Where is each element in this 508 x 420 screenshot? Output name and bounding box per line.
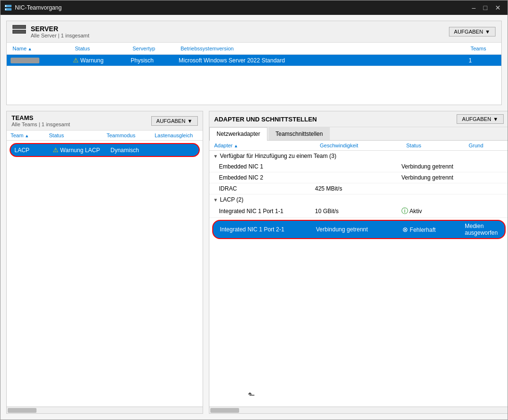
server-table-header: Name Status Servertyp Betriebssystemvers… [7,43,501,55]
teams-col-status[interactable]: Status [49,132,107,138]
adapter-section-header: ADAPTER UND SCHNITTSTELLEN AUFGABEN ▼ [209,111,508,127]
adapter-section: ADAPTER UND SCHNITTSTELLEN AUFGABEN ▼ Ne… [209,111,508,414]
teams-scrollbar-thumb[interactable] [8,408,36,413]
adapter-status: ⓘ Aktiv [401,207,464,216]
server-servertyp-cell: Physisch [131,57,179,64]
collapse-icon[interactable]: ▼ [213,197,218,203]
adapter-col-header: Adapter Geschwindigkeit Status Grund [209,141,508,151]
adapter-aufgaben-button[interactable]: AUFGABEN ▼ [457,114,503,124]
adapter-scrollbar-thumb[interactable] [210,408,239,413]
minimize-button[interactable]: – [469,4,479,12]
adapter-row-embedded2[interactable]: Embedded NIC 2 Verbindung getrennt [209,172,508,183]
adapter-name: IDRAC [219,185,315,192]
adapter-group-available: ▼ Verfügbar für Hinzufügung zu einem Tea… [209,151,508,161]
adapter-content: Adapter Geschwindigkeit Status Grund ▼ V… [209,141,508,413]
chevron-down-icon: ▼ [485,29,490,35]
col-teams[interactable]: Teams [469,45,497,52]
teams-title-group: TEAMS Alle Teams | 1 insgesamt [12,114,70,127]
teams-section: TEAMS Alle Teams | 1 insgesamt AUFGABEN … [6,111,203,414]
server-header-left: SERVER Alle Server | 1 insgesamt [12,25,89,38]
adapter-row-embedded1[interactable]: Embedded NIC 1 Verbindung getrennt [209,161,508,172]
mouse-cursor: ⬑ [248,390,255,400]
acol-speed[interactable]: Geschwindigkeit [320,143,406,148]
teams-section-header: TEAMS Alle Teams | 1 insgesamt AUFGABEN … [7,111,203,131]
teams-row-wrapper: LACP ⚠ Warnung LACP Dynamisch [7,141,203,159]
content-area: SERVER Alle Server | 1 insgesamt AUFGABE… [0,15,508,420]
app-icon [4,4,12,12]
svg-rect-3 [5,9,6,10]
server-subtitle: Alle Server | 1 insgesamt [31,33,89,38]
adapter-name: Embedded NIC 1 [219,163,315,170]
window-title: NIC-Teamvorgang [15,4,61,11]
status-ok-icon: ⓘ [401,207,408,215]
maximize-button[interactable]: □ [481,4,490,12]
adapter-group-lacp: ▼ LACP (2) [209,194,508,205]
server-section-header: SERVER Alle Server | 1 insgesamt AUFGABE… [7,21,501,43]
window-controls: – □ ✕ [469,4,504,12]
teams-scrollbar[interactable] [7,407,203,413]
tab-teamschnittstellen[interactable]: Teamschnittstellen [268,127,330,140]
acol-status[interactable]: Status [406,143,469,148]
team-status-cell: ⚠ Warnung LACP [53,146,110,154]
teams-col-last[interactable]: Lastenausgleich [155,132,199,138]
teams-aufgaben-button[interactable]: AUFGABEN ▼ [151,116,198,126]
server-empty-area [7,66,501,105]
col-betriebssystem[interactable]: Betriebssystemversion [179,45,469,52]
server-title-group: SERVER Alle Server | 1 insgesamt [31,25,89,38]
adapter-row-idrac[interactable]: IDRAC 425 MBit/s [209,183,508,194]
teams-col-team[interactable]: Team [11,132,49,138]
server-icon [12,25,26,38]
adapter-status: Verbindung getrennt [401,163,464,170]
server-status-cell: ⚠ Warnung [73,57,131,64]
adapter-status: Verbindung getrennt [401,174,464,181]
adapter-scrollbar[interactable] [209,407,508,413]
server-table-row[interactable]: ⚠ Warnung Physisch Microsoft Windows Ser… [7,55,501,66]
adapter-name: Embedded NIC 2 [219,174,315,181]
server-teams-cell: 1 [469,57,497,64]
warning-icon: ⚠ [73,57,79,64]
tab-netzwerkadapter[interactable]: Netzwerkadapter [209,127,267,141]
adapter-row-port11[interactable]: Integrated NIC 1 Port 1-1 10 GBit/s ⓘ Ak… [209,205,508,218]
teams-data-row[interactable]: LACP ⚠ Warnung LACP Dynamisch [10,143,200,157]
teams-empty [7,159,203,407]
teams-subtitle: Alle Teams | 1 insgesamt [12,121,70,127]
title-bar-left: NIC-Teamvorgang [4,4,61,12]
adapter-speed: 425 MBit/s [315,185,401,192]
chevron-down-icon: ▼ [493,116,498,122]
server-section: SERVER Alle Server | 1 insgesamt AUFGABE… [6,21,502,105]
close-button[interactable]: ✕ [492,4,504,12]
adapter-speed: Verbindung getrennt [316,226,402,233]
col-servertyp[interactable]: Servertyp [131,45,179,52]
adapter-row-port21[interactable]: Integrated NIC 1 Port 2-1 Verbindung get… [212,220,506,239]
acol-adapter[interactable]: Adapter [214,143,320,148]
server-betrieb-cell: Microsoft Windows Server 2022 Standard [179,57,469,64]
bottom-area: TEAMS Alle Teams | 1 insgesamt AUFGABEN … [6,111,502,414]
server-table: Name Status Servertyp Betriebssystemvers… [7,43,501,66]
server-name-blur [11,58,39,63]
svg-rect-2 [5,5,6,7]
adapter-status: ⊗ Fehlerhaft [402,226,465,233]
adapter-grund: Medien ausgeworfen [465,223,498,236]
cursor-area: ⬑ [209,387,508,407]
collapse-icon[interactable]: ▼ [213,154,218,159]
error-icon: ⊗ [402,226,408,233]
main-window: NIC-Teamvorgang – □ ✕ SERVER Alle Server… [0,0,508,420]
adapter-name: Integrated NIC 1 Port 2-1 [220,226,316,233]
server-name-cell [11,58,73,63]
teams-table-header: Team Status Teammodus Lastenausgleich [7,131,203,141]
team-modus-cell: Dynamisch [110,147,158,154]
server-aufgaben-button[interactable]: AUFGABEN ▼ [449,27,496,36]
teams-col-modus[interactable]: Teammodus [107,132,155,138]
adapter-rows: ▼ Verfügbar für Hinzufügung zu einem Tea… [209,151,508,387]
server-title: SERVER [31,25,89,33]
adapter-name: Integrated NIC 1 Port 1-1 [219,208,315,215]
acol-grund[interactable]: Grund [469,143,504,148]
title-bar: NIC-Teamvorgang – □ ✕ [0,0,508,15]
chevron-down-icon: ▼ [187,118,193,124]
team-name-cell: LACP [14,147,53,154]
col-name[interactable]: Name [11,45,73,52]
teams-title: TEAMS [12,114,70,121]
adapter-title: ADAPTER UND SCHNITTSTELLEN [214,116,317,123]
col-status[interactable]: Status [73,45,131,52]
adapter-tabs: Netzwerkadapter Teamschnittstellen [209,127,508,141]
